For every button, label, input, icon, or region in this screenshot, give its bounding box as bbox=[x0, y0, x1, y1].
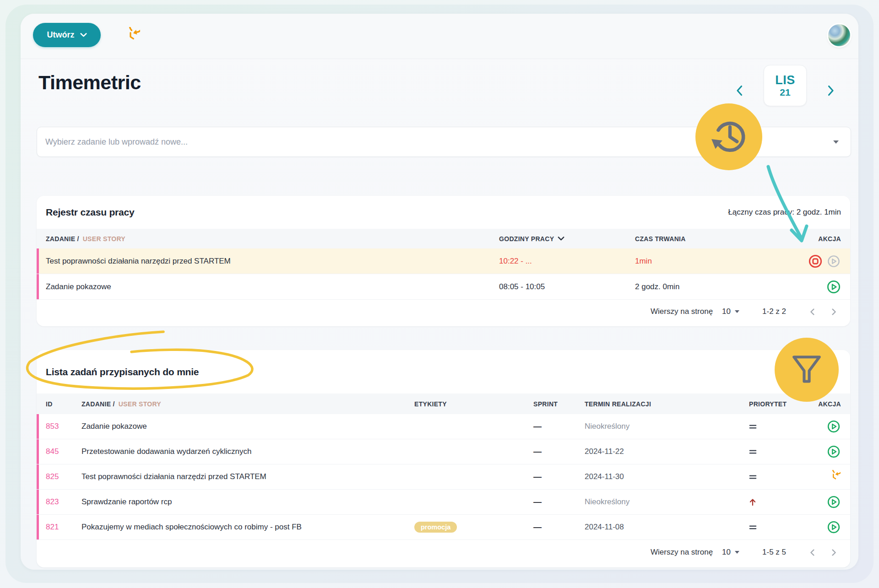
col-labels: ETYKIETY bbox=[414, 400, 533, 408]
rows-per-page-label: Wierszy na stronę bbox=[651, 548, 713, 557]
task-due: Nieokreślony bbox=[585, 497, 749, 507]
time-log-title: Rejestr czasu pracy bbox=[46, 207, 134, 218]
triangle-down-icon bbox=[735, 310, 739, 313]
task-name: Sprawdzanie raportów rcp bbox=[81, 497, 414, 507]
start-timer-button[interactable] bbox=[826, 520, 841, 534]
task-name: Zadanie pokazowe bbox=[46, 282, 499, 291]
task-due: 2024-11-08 bbox=[585, 523, 749, 532]
row-accent-stripe bbox=[37, 515, 39, 539]
rows-per-page-select[interactable]: 10 bbox=[722, 548, 739, 557]
rows-per-page-select[interactable]: 10 bbox=[722, 307, 739, 316]
task-list-title: Lista zadań przypisanych do mnie bbox=[46, 367, 199, 378]
task-due: 2024-11-22 bbox=[585, 447, 749, 456]
col-duration: CZAS TRWANIA bbox=[635, 235, 742, 243]
date-prev-button[interactable] bbox=[733, 81, 746, 100]
task-priority bbox=[749, 475, 810, 480]
task-id: 853 bbox=[46, 422, 81, 431]
task-name: Pokazujemy w mediach społecznościowych c… bbox=[81, 523, 414, 532]
task-name: Test poprawności działania narzędzi prze… bbox=[81, 472, 414, 481]
task-id: 845 bbox=[46, 447, 81, 456]
create-button-label: Utwórz bbox=[47, 30, 75, 40]
priority-medium-icon bbox=[749, 525, 757, 530]
triangle-down-icon bbox=[735, 551, 739, 554]
topbar: Utwórz bbox=[21, 14, 858, 59]
col-task: ZADANIE / USER STORY bbox=[81, 400, 414, 408]
row-accent-stripe bbox=[37, 439, 39, 464]
timer-running-icon bbox=[827, 470, 841, 484]
duration: 1min bbox=[635, 257, 742, 266]
chevron-left-icon bbox=[810, 549, 814, 556]
task-labels: promocja bbox=[414, 522, 533, 533]
page-next-button[interactable] bbox=[828, 306, 840, 318]
task-list-header: ID ZADANIE / USER STORY ETYKIETY SPRINT … bbox=[37, 394, 850, 414]
chevron-left-icon bbox=[736, 85, 743, 96]
play-icon bbox=[827, 445, 841, 459]
col-hours-sort[interactable]: GODZINY PRACY bbox=[499, 235, 635, 243]
task-due: Nieokreślony bbox=[585, 422, 749, 431]
duration: 2 godz. 0min bbox=[635, 282, 742, 291]
filter-button-highlight[interactable] bbox=[775, 338, 839, 402]
task-priority bbox=[749, 449, 810, 454]
date-card[interactable]: LIS 21 bbox=[764, 65, 807, 106]
play-icon bbox=[826, 280, 841, 294]
pagination-range: 1-5 z 5 bbox=[762, 548, 786, 557]
task-name: Test poprawności działania narzędzi prze… bbox=[46, 257, 499, 266]
stop-timer-button[interactable] bbox=[808, 254, 823, 269]
play-icon bbox=[827, 520, 841, 534]
priority-medium-icon bbox=[749, 424, 757, 429]
task-sprint: — bbox=[533, 523, 585, 532]
app-surface: Utwórz Timemetric LIS 21 bbox=[21, 14, 858, 570]
start-timer-button[interactable] bbox=[826, 444, 841, 459]
date-next-button[interactable] bbox=[825, 81, 837, 100]
select-caret-icon[interactable] bbox=[833, 140, 839, 144]
total-time: Łączny czas pracy: 2 godz. 1min bbox=[728, 208, 841, 217]
task-row[interactable]: 845 Przetestowanie dodawania wydarzeń cy… bbox=[37, 439, 850, 464]
col-due: TERMIN REALIZACJI bbox=[585, 400, 749, 408]
row-accent-stripe bbox=[37, 490, 39, 514]
task-list-card: Lista zadań przypisanych do mnie ID ZADA… bbox=[37, 350, 850, 567]
task-sprint: — bbox=[533, 472, 585, 482]
row-accent-stripe bbox=[37, 464, 39, 489]
start-timer-button[interactable] bbox=[826, 495, 841, 509]
start-timer-button[interactable] bbox=[826, 419, 841, 434]
chevron-right-icon bbox=[828, 85, 834, 96]
time-log-row[interactable]: Test poprawności działania narzędzi prze… bbox=[37, 248, 850, 274]
task-list-pagination: Wierszy na stronę 10 1-5 z 5 bbox=[37, 540, 850, 567]
task-row[interactable]: 825 Test poprawności działania narzędzi … bbox=[37, 464, 850, 490]
task-priority bbox=[749, 498, 810, 506]
label-badge: promocja bbox=[414, 522, 457, 533]
time-log-pagination: Wierszy na stronę 10 1-2 z 2 bbox=[37, 300, 850, 326]
priority-high-icon bbox=[749, 498, 756, 506]
page-title: Timemetric bbox=[38, 71, 141, 94]
priority-medium-icon bbox=[749, 475, 757, 480]
task-row[interactable]: 853 Zadanie pokazowe — Nieokreślony bbox=[37, 414, 850, 439]
filter-funnel-icon bbox=[788, 351, 825, 388]
row-accent-stripe bbox=[37, 414, 39, 439]
work-hours: 08:05 - 10:05 bbox=[499, 282, 635, 291]
time-log-card: Rejestr czasu pracy Łączny czas pracy: 2… bbox=[37, 196, 850, 326]
sort-chevron-icon bbox=[558, 237, 564, 241]
task-priority bbox=[749, 424, 810, 429]
create-button[interactable]: Utwórz bbox=[33, 23, 101, 47]
col-id: ID bbox=[46, 400, 81, 408]
chevron-right-icon bbox=[832, 549, 836, 556]
row-accent-stripe bbox=[37, 248, 39, 274]
col-sprint: SPRINT bbox=[533, 400, 585, 408]
avatar[interactable] bbox=[828, 24, 850, 46]
start-timer-button[interactable] bbox=[826, 280, 841, 294]
timer-running-button[interactable] bbox=[826, 469, 841, 484]
task-name: Przetestowanie dodawania wydarzeń cyklic… bbox=[81, 447, 414, 456]
app-window: Utwórz Timemetric LIS 21 bbox=[0, 0, 879, 588]
page-next-button[interactable] bbox=[828, 546, 840, 558]
time-log-row[interactable]: Zadanie pokazowe 08:05 - 10:05 2 godz. 0… bbox=[37, 274, 850, 300]
row-accent-stripe bbox=[37, 274, 39, 299]
history-button-highlight[interactable] bbox=[695, 103, 762, 170]
task-row[interactable]: 823 Sprawdzanie raportów rcp — Nieokreśl… bbox=[37, 490, 850, 515]
task-row[interactable]: 821 Pokazujemy w mediach społecznościowy… bbox=[37, 515, 850, 540]
stop-icon bbox=[808, 254, 823, 269]
timer-clock-icon[interactable] bbox=[122, 27, 140, 45]
page-prev-button[interactable] bbox=[806, 306, 818, 318]
task-sprint: — bbox=[533, 497, 585, 507]
work-hours: 10:22 - ... bbox=[499, 257, 635, 266]
page-prev-button[interactable] bbox=[806, 546, 818, 558]
